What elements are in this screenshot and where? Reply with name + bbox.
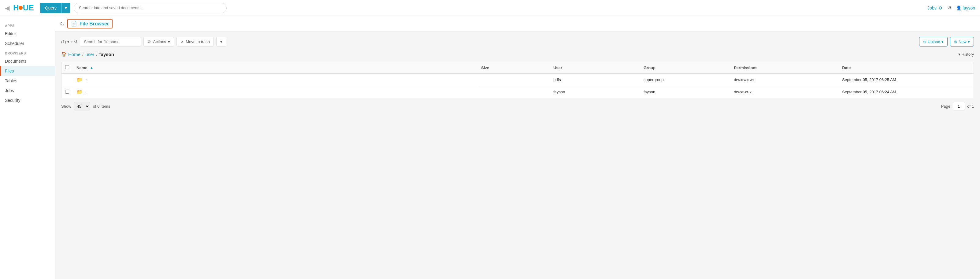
- file-user: hdfs: [550, 73, 640, 86]
- folder-icon: 📁: [76, 77, 83, 83]
- actions-button[interactable]: ⚙ Actions ▾: [143, 37, 174, 46]
- username-label: fayson: [963, 5, 975, 10]
- selection-count: (1) ▾ + ↺: [61, 40, 77, 44]
- breadcrumb-user[interactable]: user: [85, 52, 94, 57]
- col-name-label: Name: [76, 65, 87, 70]
- page-input[interactable]: [953, 102, 965, 110]
- new-label: New: [959, 40, 967, 44]
- breadcrumb: 🏠 Home / user / fayson: [61, 51, 114, 57]
- actions-arrow-icon: ▾: [168, 40, 170, 44]
- sidebar-item-scheduler[interactable]: Scheduler: [0, 38, 55, 48]
- sidebar-item-security[interactable]: Security: [0, 96, 55, 105]
- table-header-row: Name ▲ Size User Group Per: [62, 62, 974, 74]
- pagination-left: Show 45 25 100 of 0 items: [61, 102, 110, 110]
- sidebar-item-tables[interactable]: Tables: [0, 76, 55, 86]
- select-all-checkbox[interactable]: [65, 65, 69, 69]
- show-select[interactable]: 45 25 100: [74, 102, 90, 110]
- home-label: Home: [68, 52, 80, 57]
- table-body: 📁↑hdfssupergroupdrwxrwxrwxSeptember 05, …: [62, 73, 974, 98]
- file-size: [477, 86, 550, 98]
- add-icon[interactable]: +: [71, 40, 73, 44]
- col-date-label: Date: [842, 65, 851, 70]
- filter-icon[interactable]: ▾: [67, 40, 70, 44]
- file-size: [477, 73, 550, 86]
- back-button[interactable]: ◀: [5, 4, 10, 12]
- history-button[interactable]: ▾ History: [958, 52, 974, 57]
- move-to-trash-button[interactable]: ✕ Move to trash: [177, 37, 214, 46]
- col-group-label: Group: [644, 65, 655, 70]
- dropdown-button[interactable]: ▾: [216, 37, 226, 46]
- table-header: Name ▲ Size User Group Per: [62, 62, 974, 74]
- new-arrow-icon: ▾: [968, 40, 970, 44]
- file-name[interactable]: ↑: [85, 77, 87, 82]
- upload-button[interactable]: ⊕ Upload ▾: [919, 37, 948, 46]
- file-date: September 05, 2017 06:25 AM: [838, 73, 974, 86]
- file-permissions: drwxr-xr-x: [730, 86, 838, 98]
- file-browser-tab[interactable]: 📄 File Browser: [67, 19, 113, 29]
- file-search-input[interactable]: [80, 37, 141, 46]
- upload-arrow-icon: ▾: [942, 40, 943, 44]
- breadcrumb-fayson: fayson: [99, 52, 114, 57]
- of-items-label: of 0 items: [93, 104, 110, 108]
- col-permissions-label: Permissions: [734, 65, 757, 70]
- topnav-history-icon[interactable]: ↺: [947, 5, 951, 11]
- table-row: 📁↑hdfssupergroupdrwxrwxrwxSeptember 05, …: [62, 73, 974, 86]
- sidebar-item-jobs[interactable]: Jobs: [0, 86, 55, 96]
- topnav: ◀ H UE Query ▾ Jobs ⚙ ↺ 👤 fayson: [0, 0, 980, 16]
- history-label: History: [962, 52, 974, 57]
- file-browser-tab-icon: 📄: [71, 21, 77, 27]
- toolbar-right: ⊕ Upload ▾ ⊕ New ▾: [919, 37, 974, 46]
- count-value: (1): [61, 40, 66, 44]
- browsers-section-title: Browsers: [0, 48, 55, 56]
- jobs-label: Jobs: [928, 5, 937, 10]
- sidebar-item-files[interactable]: Files: [0, 66, 55, 76]
- col-name-header[interactable]: Name ▲: [73, 62, 477, 74]
- main-content: 🗂 📄 File Browser (1) ▾ + ↺ ⚙ Actions: [55, 16, 980, 279]
- col-permissions-header[interactable]: Permissions: [730, 62, 838, 74]
- topnav-right: Jobs ⚙ ↺ 👤 fayson: [928, 5, 975, 11]
- pagination-right: Page of 1: [941, 102, 974, 110]
- col-size-header[interactable]: Size: [477, 62, 550, 74]
- breadcrumb-sep-2: /: [96, 52, 97, 57]
- of-label: of 1: [967, 104, 974, 108]
- sidebar: Apps Editor Scheduler Browsers Documents…: [0, 16, 55, 279]
- name-sort-icon: ▲: [90, 65, 94, 70]
- new-icon: ⊕: [954, 40, 958, 44]
- upload-icon: ⊕: [923, 40, 926, 44]
- file-group: fayson: [640, 86, 730, 98]
- breadcrumb-sep-1: /: [82, 52, 83, 57]
- tab-home-icon[interactable]: 🗂: [60, 21, 65, 27]
- row-checkbox[interactable]: [65, 89, 69, 94]
- new-button[interactable]: ⊕ New ▾: [950, 37, 974, 46]
- jobs-button[interactable]: Jobs ⚙: [928, 5, 942, 10]
- col-date-header[interactable]: Date: [838, 62, 974, 74]
- file-date: September 05, 2017 06:24 AM: [838, 86, 974, 98]
- history-arrow-icon: ▾: [958, 52, 961, 57]
- home-icon: 🏠: [61, 51, 67, 57]
- sidebar-item-editor[interactable]: Editor: [0, 29, 55, 38]
- file-group: supergroup: [640, 73, 730, 86]
- user-icon: 👤: [956, 5, 961, 10]
- apps-section-title: Apps: [0, 21, 55, 29]
- global-search-input[interactable]: [74, 3, 227, 13]
- layout: Apps Editor Scheduler Browsers Documents…: [0, 16, 980, 279]
- actions-label: Actions: [153, 40, 166, 44]
- move-trash-label: Move to trash: [186, 40, 210, 44]
- col-user-header[interactable]: User: [550, 62, 640, 74]
- query-button[interactable]: Query ▾: [40, 3, 70, 13]
- dropdown-icon: ▾: [220, 40, 223, 44]
- page-label: Page: [941, 104, 950, 108]
- breadcrumb-home[interactable]: 🏠 Home: [61, 51, 80, 57]
- pagination-row: Show 45 25 100 of 0 items Page of 1: [61, 98, 974, 114]
- breadcrumb-row: 🏠 Home / user / fayson ▾ History: [61, 51, 974, 57]
- file-name: .: [85, 89, 86, 94]
- sidebar-item-documents[interactable]: Documents: [0, 56, 55, 66]
- user-menu-button[interactable]: 👤 fayson: [956, 5, 975, 10]
- toolbar: (1) ▾ + ↺ ⚙ Actions ▾ ✕ Move to trash ▾: [61, 37, 974, 46]
- query-dropdown-icon[interactable]: ▾: [62, 3, 70, 13]
- file-table: Name ▲ Size User Group Per: [61, 62, 974, 98]
- table-row: 📁.faysonfaysondrwxr-xr-xSeptember 05, 20…: [62, 86, 974, 98]
- folder-icon: 📁: [76, 89, 83, 95]
- refresh-icon[interactable]: ↺: [74, 40, 77, 44]
- col-group-header[interactable]: Group: [640, 62, 730, 74]
